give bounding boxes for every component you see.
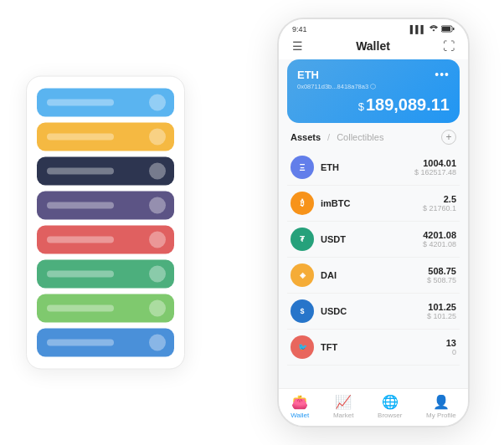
asset-name: USDC: [321, 306, 427, 316]
battery-icon: [441, 25, 455, 34]
table-row[interactable]: ₿ imBTC 2.5 $ 21760.1: [287, 186, 460, 222]
status-icons: ▌▌▌: [410, 24, 455, 34]
card-label: [47, 168, 114, 175]
asset-amount: 13: [446, 338, 456, 348]
page-title: Wallet: [356, 39, 390, 53]
menu-icon[interactable]: ☰: [292, 39, 303, 53]
status-time: 9:41: [292, 25, 307, 33]
asset-name: USDT: [321, 234, 423, 244]
wallet-icon: 👛: [291, 394, 308, 410]
list-item[interactable]: [37, 294, 174, 323]
nav-wallet-label: Wallet: [291, 412, 309, 419]
asset-amount: 508.75: [427, 266, 456, 276]
card-icon: [149, 197, 166, 214]
more-options-icon[interactable]: •••: [435, 68, 450, 81]
market-icon: 📈: [335, 394, 352, 410]
tab-collectibles[interactable]: Collectibles: [337, 132, 383, 142]
list-item[interactable]: [37, 157, 174, 186]
asset-amount: 101.25: [427, 302, 456, 312]
nav-profile[interactable]: 👤 My Profile: [426, 394, 456, 419]
table-row[interactable]: Ξ ETH 1004.01 $ 162517.48: [287, 150, 460, 186]
card-label: [47, 202, 114, 209]
card-icon: [149, 129, 166, 146]
asset-name: TFT: [321, 342, 446, 352]
list-item[interactable]: [37, 226, 174, 254]
dai-icon: ◈: [291, 263, 314, 287]
tab-assets[interactable]: Assets: [291, 132, 321, 142]
asset-name: imBTC: [321, 198, 423, 208]
usdt-icon: ₮: [291, 228, 314, 251]
table-row[interactable]: $ USDC 101.25 $ 101.25: [287, 294, 460, 330]
asset-usd: $ 101.25: [427, 312, 456, 320]
eth-symbol: ETH: [297, 69, 319, 81]
list-item[interactable]: [37, 260, 174, 289]
table-row[interactable]: 🐦 TFT 13 0: [287, 330, 460, 366]
profile-icon: 👤: [433, 394, 450, 410]
bottom-nav: 👛 Wallet 📈 Market 🌐 Browser 👤 My Profile: [279, 388, 468, 426]
list-item[interactable]: [37, 329, 174, 357]
scan-icon[interactable]: ⛶: [443, 39, 455, 53]
card-icon: [149, 266, 166, 283]
list-item[interactable]: [37, 123, 174, 151]
asset-amount: 4201.08: [423, 230, 456, 240]
phone-header: ☰ Wallet ⛶: [279, 36, 468, 59]
asset-usd: $ 4201.08: [423, 240, 456, 248]
svg-rect-1: [442, 27, 450, 31]
asset-usd: 0: [446, 348, 456, 356]
asset-amounts: 101.25 $ 101.25: [427, 302, 456, 320]
assets-header: Assets / Collectibles +: [279, 130, 468, 150]
add-asset-button[interactable]: +: [441, 130, 456, 145]
card-label: [47, 305, 114, 312]
eth-address: 0x08711d3b...8418a78a3 ⬡: [297, 83, 450, 90]
browser-icon: 🌐: [382, 394, 399, 410]
asset-amounts: 1004.01 $ 162517.48: [414, 158, 456, 176]
asset-name: ETH: [321, 162, 414, 172]
tab-divider: /: [327, 132, 330, 142]
card-label: [47, 340, 114, 346]
svg-rect-2: [453, 28, 455, 30]
card-icon: [149, 335, 166, 351]
card-icon: [149, 232, 166, 248]
asset-amount: 1004.01: [414, 158, 456, 168]
wifi-icon: [429, 24, 439, 34]
card-label: [47, 100, 114, 106]
eth-card-header: ETH •••: [297, 68, 450, 81]
card-icon: [149, 300, 166, 317]
asset-amounts: 4201.08 $ 4201.08: [423, 230, 456, 248]
nav-profile-label: My Profile: [426, 412, 456, 419]
card-label: [47, 134, 114, 141]
asset-amount: 2.5: [423, 194, 456, 204]
table-row[interactable]: ₮ USDT 4201.08 $ 4201.08: [287, 222, 460, 258]
usdc-icon: $: [291, 299, 314, 323]
nav-browser-label: Browser: [378, 412, 402, 419]
card-label: [47, 237, 114, 243]
nav-market-label: Market: [333, 412, 353, 419]
eth-card[interactable]: ETH ••• 0x08711d3b...8418a78a3 ⬡ $189,08…: [287, 59, 460, 123]
imbtc-icon: ₿: [291, 192, 314, 215]
list-item[interactable]: [37, 89, 174, 117]
status-bar: 9:41 ▌▌▌: [279, 19, 468, 36]
asset-amounts: 2.5 $ 21760.1: [423, 194, 456, 212]
card-icon: [149, 163, 166, 180]
asset-list: Ξ ETH 1004.01 $ 162517.48 ₿ imBTC 2.5 $ …: [279, 150, 468, 388]
table-row[interactable]: ◈ DAI 508.75 $ 508.75: [287, 258, 460, 294]
nav-wallet[interactable]: 👛 Wallet: [291, 394, 309, 419]
eth-balance: $189,089.11: [297, 95, 450, 115]
assets-tabs: Assets / Collectibles: [291, 132, 383, 142]
eth-icon: Ξ: [291, 156, 314, 179]
phone-mockup: 9:41 ▌▌▌: [277, 18, 470, 427]
asset-usd: $ 21760.1: [423, 204, 456, 212]
card-label: [47, 271, 114, 278]
dollar-sign: $: [358, 100, 364, 113]
asset-usd: $ 508.75: [427, 276, 456, 284]
asset-amounts: 13 0: [446, 338, 456, 356]
scene: 9:41 ▌▌▌: [9, 9, 495, 436]
nav-market[interactable]: 📈 Market: [333, 394, 353, 419]
card-stack: [26, 76, 185, 370]
signal-icon: ▌▌▌: [410, 25, 426, 33]
nav-browser[interactable]: 🌐 Browser: [378, 394, 402, 419]
card-icon: [149, 95, 166, 111]
asset-name: DAI: [321, 270, 427, 280]
asset-usd: $ 162517.48: [414, 168, 456, 176]
list-item[interactable]: [37, 192, 174, 220]
